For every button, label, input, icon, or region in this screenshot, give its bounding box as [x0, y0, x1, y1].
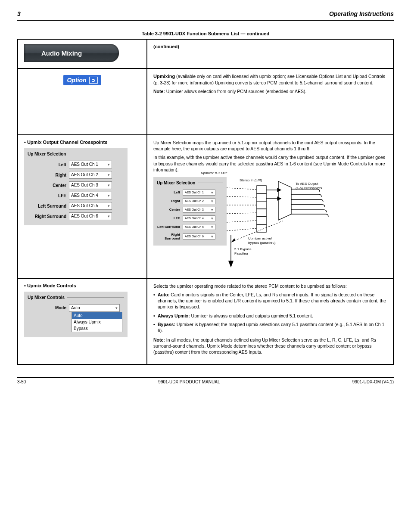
mini-dd-rs[interactable]: AES Out Ch 6▾: [183, 233, 215, 240]
lbl-ls: Left Surround: [28, 204, 69, 208]
mode-options-list[interactable]: Auto Always Upmix Bypass: [72, 312, 122, 332]
mini-dd-ls[interactable]: AES Out Ch 5▾: [183, 224, 215, 230]
chevron-down-icon: ▾: [108, 213, 110, 220]
diag-to-aes-2: (1-6) Crosspoints: [296, 186, 322, 190]
dd-ls-value: AES Out Ch 5: [71, 202, 98, 209]
upmix-mode-left: • Upmix Mode Controls Up Mixer Controls …: [18, 278, 147, 364]
mini-lbl-lfe: LFE: [157, 216, 183, 220]
footer-title: 9901-UDX PRODUCT MANUAL: [158, 380, 220, 384]
mini-dd-left[interactable]: AES Out Ch 1▾: [183, 190, 215, 196]
mini-dd-lfe-val: AES Out Ch 4: [185, 216, 204, 221]
upmix-output-heading: • Upmix Output Channel Crosspoints: [24, 140, 140, 145]
svg-rect-2: [257, 201, 266, 209]
mode-dropdown[interactable]: Auto ▾: [69, 304, 120, 312]
lbl-right: Right: [28, 173, 69, 177]
option-badge: Option ➲: [63, 75, 101, 85]
mini-dd-lfe[interactable]: AES Out Ch 4▾: [183, 215, 215, 221]
option-arrow-icon: ➲: [89, 77, 98, 84]
mini-lbl-left: Left: [157, 190, 183, 194]
dd-right[interactable]: AES Out Ch 2▾: [69, 171, 112, 179]
dd-lfe[interactable]: AES Out Ch 4▾: [69, 192, 112, 199]
dd-center-value: AES Out Ch 3: [71, 182, 98, 189]
mode-note-label: Note:: [153, 337, 165, 342]
diag-upmixer-state: Upmixer active/: [248, 236, 272, 240]
chevron-down-icon: ▾: [108, 161, 110, 168]
option-left-cell: Option ➲: [18, 68, 147, 135]
diag-stereo-in: Stereo In (L/R): [240, 178, 262, 182]
mode-value: Auto: [71, 305, 80, 311]
upmix-selection-right: Up Mixer Selection maps the up-mixed or …: [147, 135, 393, 278]
diag-passthru: Passthru: [234, 252, 248, 255]
chevron-down-icon: ▾: [108, 202, 110, 209]
dd-left[interactable]: AES Out Ch 1▾: [69, 161, 112, 168]
dd-lfe-value: AES Out Ch 4: [71, 192, 98, 199]
mode-option-auto[interactable]: Auto: [72, 312, 122, 319]
chapter-number: 3: [17, 10, 21, 17]
header-rule: [17, 20, 394, 21]
function-table: Audio Mixing (continued) Option ➲ Upmixi…: [17, 39, 394, 365]
b-always: Always Upmix:: [158, 313, 190, 318]
mini-dd-center[interactable]: AES Out Ch 3▾: [183, 207, 215, 213]
mode-label: Mode: [28, 305, 69, 310]
mode-note: In all modes, the output channels define…: [153, 337, 376, 355]
mini-dd-rs-val: AES Out Ch 6: [185, 234, 204, 239]
mini-dd-left-val: AES Out Ch 1: [185, 190, 204, 195]
svg-rect-3: [257, 209, 266, 217]
upmix-desc-p2: In this example, with the upmixer active…: [153, 154, 387, 173]
mode-option-bypass[interactable]: Bypass: [72, 325, 122, 332]
chevron-down-icon: ▾: [211, 199, 213, 204]
chevron-down-icon: ▾: [108, 182, 110, 189]
chevron-down-icon: ▾: [211, 207, 213, 212]
svg-line-10: [227, 213, 257, 214]
mini-dd-ls-val: AES Out Ch 5: [185, 224, 204, 230]
chevron-down-icon: ▾: [211, 190, 213, 195]
dd-center[interactable]: AES Out Ch 3▾: [69, 181, 112, 189]
upmix-note-label: Note:: [153, 89, 165, 94]
table-caption: Table 3-2 9901-UDX Function Submenu List…: [17, 31, 394, 36]
diag-bypass: 5.1 Bypass: [234, 247, 252, 251]
t-bypass: Upmixer is bypassed; the mapped upmix se…: [158, 322, 386, 333]
lbl-center: Center: [28, 183, 69, 188]
page-footer: 3-50 9901-UDX PRODUCT MANUAL 9901-UDX-OM…: [17, 377, 394, 384]
mini-dd-right[interactable]: AES Out Ch 2▾: [183, 198, 215, 204]
chevron-down-icon: ▾: [108, 192, 110, 199]
lbl-left: Left: [28, 162, 69, 167]
b-auto: Auto:: [158, 292, 169, 297]
mini-dd-right-val: AES Out Ch 2: [185, 199, 204, 204]
chevron-down-icon: ▾: [115, 305, 118, 311]
mini-dd-center-val: AES Out Ch 3: [185, 207, 204, 212]
svg-marker-6: [278, 181, 291, 220]
mode-legend: Up Mixer Controls: [28, 295, 65, 300]
mini-lbl-right: Right: [157, 199, 183, 203]
t-always: Upmixer is always enabled and outputs up…: [190, 313, 313, 318]
banner-cell: Audio Mixing: [18, 39, 147, 68]
mini-lbl-center: Center: [157, 208, 183, 212]
mode-desc-intro: Selects the upmixer operating mode relat…: [153, 283, 387, 289]
audio-mixing-banner: Audio Mixing: [24, 44, 119, 62]
upmixer-controls-panel: Up Mixer Controls Mode Auto ▾ Auto Alway…: [24, 292, 128, 337]
chevron-down-icon: ▾: [108, 171, 110, 178]
svg-line-8: [227, 196, 257, 197]
panel-legend: Up Mixer Selection: [28, 152, 66, 156]
chapter-title: Operating Instructions: [329, 10, 394, 17]
upmix-desc-p1: Up Mixer Selection maps the up-mixed or …: [153, 140, 387, 152]
lbl-lfe: LFE: [28, 193, 69, 198]
option-right-cell: Upmixing (available only on card with li…: [147, 68, 393, 135]
banner-continued: (continued): [153, 44, 179, 49]
diag-to-aes: To AES Output: [296, 182, 318, 186]
dd-ls[interactable]: AES Out Ch 5▾: [69, 202, 112, 210]
audio-mixing-label: Audio Mixing: [41, 50, 82, 57]
mode-option-always[interactable]: Always Upmix: [72, 319, 122, 325]
dd-right-value: AES Out Ch 2: [71, 171, 98, 178]
footer-doc: 9901-UDX-OM (V4.1): [352, 380, 394, 384]
dd-rs[interactable]: AES Out Ch 6▾: [69, 212, 112, 220]
upmix-note: Upmixer allows selection from only PCM s…: [166, 89, 307, 94]
diag-upmixer-label: Upmixer '5.1 Out': [201, 171, 235, 175]
upmix-selection-left: • Upmix Output Channel Crosspoints Up Mi…: [18, 135, 147, 278]
t-auto: Card monitors signals on the Center, LFE…: [158, 292, 386, 309]
chevron-down-icon: ▾: [211, 216, 213, 221]
svg-rect-1: [257, 193, 266, 201]
upmix-mode-right: Selects the upmixer operating mode relat…: [147, 278, 393, 364]
mini-lbl-ls: Left Surround: [157, 225, 183, 229]
footer-page: 3-50: [17, 380, 26, 384]
